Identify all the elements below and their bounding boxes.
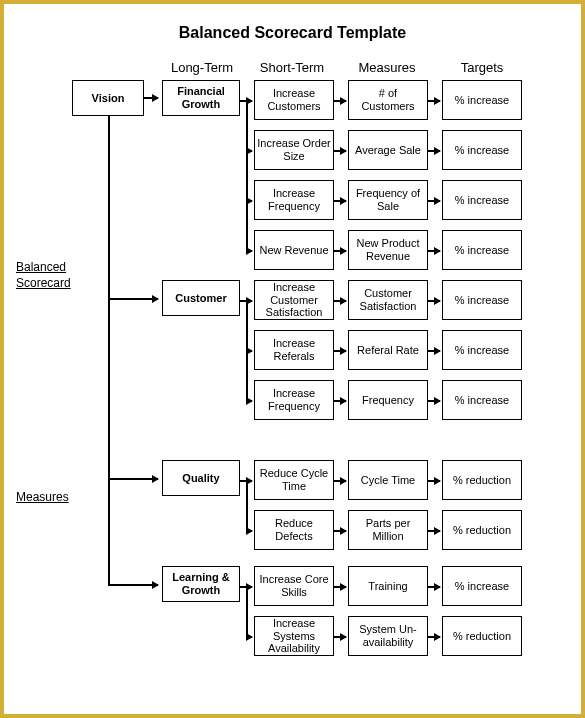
arrow-short-measure <box>334 480 346 482</box>
box-target: % increase <box>442 80 522 120</box>
box-target: % increase <box>442 380 522 420</box>
col-header-short-term: Short-Term <box>252 60 332 75</box>
box-measure: Cycle Time <box>348 460 428 500</box>
arrow-short-measure <box>334 150 346 152</box>
arrow-measure-target <box>428 200 440 202</box>
box-target: % reduction <box>442 616 522 656</box>
vline-persp-rows <box>246 100 248 250</box>
arrow-persp-short <box>246 530 252 532</box>
box-short-term: New Revenue <box>254 230 334 270</box>
box-short-term: Increase Core Skills <box>254 566 334 606</box>
arrow-short-measure <box>334 400 346 402</box>
box-measure: Training <box>348 566 428 606</box>
arrow-to-customer <box>108 298 158 300</box>
arrow-short-measure <box>334 200 346 202</box>
box-target: % reduction <box>442 510 522 550</box>
box-financial-growth: Financial Growth <box>162 80 240 116</box>
box-quality: Quality <box>162 460 240 496</box>
box-short-term: Increase Referals <box>254 330 334 370</box>
arrow-persp-short <box>246 400 252 402</box>
arrow-to-quality <box>108 478 158 480</box>
arrow-measure-target <box>428 250 440 252</box>
arrow-measure-target <box>428 586 440 588</box>
box-short-term: Increase Systems Availability <box>254 616 334 656</box>
box-measure: New Product Revenue <box>348 230 428 270</box>
box-measure: Customer Satisfaction <box>348 280 428 320</box>
box-target: % increase <box>442 566 522 606</box>
box-target: % increase <box>442 230 522 270</box>
vline-persp-rows <box>246 586 248 636</box>
arrow-persp-short <box>246 350 252 352</box>
box-short-term: Increase Order Size <box>254 130 334 170</box>
box-measure: Average Sale <box>348 130 428 170</box>
arrow-measure-target <box>428 350 440 352</box>
col-header-long-term: Long-Term <box>162 60 242 75</box>
box-learning-growth: Learning & Growth <box>162 566 240 602</box>
box-short-term: Reduce Cycle Time <box>254 460 334 500</box>
arrow-measure-target <box>428 400 440 402</box>
box-short-term: Increase Customer Satisfaction <box>254 280 334 320</box>
box-target: % increase <box>442 180 522 220</box>
arrow-vision-financial <box>144 97 158 99</box>
arrow-short-measure <box>334 586 346 588</box>
arrow-measure-target <box>428 480 440 482</box>
box-measure: Parts per Million <box>348 510 428 550</box>
box-measure: Frequency of Sale <box>348 180 428 220</box>
box-target: % increase <box>442 130 522 170</box>
box-vision: Vision <box>72 80 144 116</box>
box-target: % reduction <box>442 460 522 500</box>
arrow-short-measure <box>334 100 346 102</box>
box-measure: Referal Rate <box>348 330 428 370</box>
arrow-persp-short <box>246 200 252 202</box>
box-customer: Customer <box>162 280 240 316</box>
arrow-short-measure <box>334 350 346 352</box>
arrow-measure-target <box>428 300 440 302</box>
side-label-balanced-scorecard: Balanced Scorecard <box>16 260 71 291</box>
col-header-targets: Targets <box>442 60 522 75</box>
side-label-measures: Measures <box>16 490 69 506</box>
arrow-measure-target <box>428 530 440 532</box>
box-measure: System Un-availability <box>348 616 428 656</box>
arrow-short-measure <box>334 250 346 252</box>
box-target: % increase <box>442 280 522 320</box>
arrow-persp-short <box>246 636 252 638</box>
arrow-short-measure <box>334 300 346 302</box>
box-short-term: Increase Frequency <box>254 380 334 420</box>
arrow-measure-target <box>428 150 440 152</box>
arrow-short-measure <box>334 636 346 638</box>
box-short-term: Reduce Defects <box>254 510 334 550</box>
arrow-persp-short <box>246 150 252 152</box>
vline-vision-down <box>108 116 110 585</box>
diagram-canvas: Long-Term Short-Term Measures Targets Ba… <box>12 60 573 680</box>
box-short-term: Increase Customers <box>254 80 334 120</box>
arrow-measure-target <box>428 636 440 638</box>
box-measure: Frequency <box>348 380 428 420</box>
box-short-term: Increase Frequency <box>254 180 334 220</box>
vline-persp-rows <box>246 480 248 530</box>
arrow-persp-short <box>246 250 252 252</box>
box-measure: # of Customers <box>348 80 428 120</box>
box-target: % increase <box>442 330 522 370</box>
arrow-short-measure <box>334 530 346 532</box>
arrow-to-learning <box>108 584 158 586</box>
col-header-measures: Measures <box>347 60 427 75</box>
arrow-measure-target <box>428 100 440 102</box>
page-title: Balanced Scorecard Template <box>12 24 573 42</box>
